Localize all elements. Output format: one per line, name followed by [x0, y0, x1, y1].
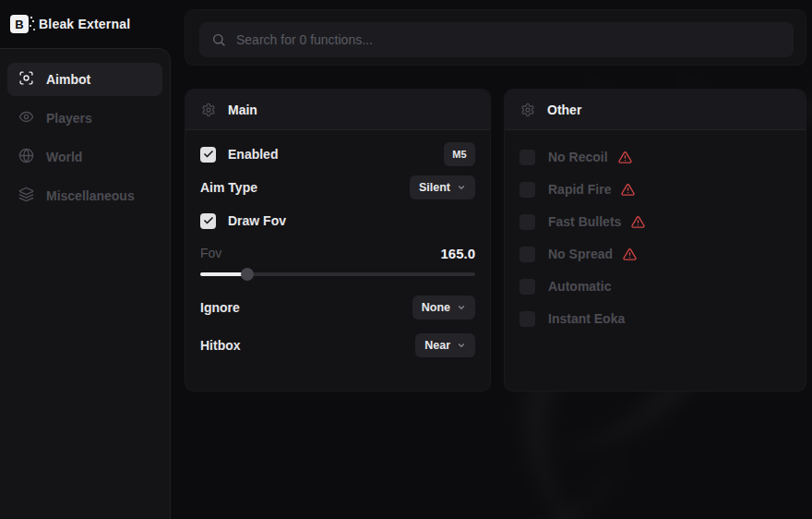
gear-icon [201, 103, 216, 117]
draw-fov-row: Draw Fov [200, 209, 475, 233]
fov-label: Fov [200, 246, 221, 260]
sidebar-item-label: Miscellaneous [46, 188, 135, 203]
sidebar-nav: Aimbot Players World Miscellaneous [0, 48, 171, 519]
warning-icon [631, 215, 645, 229]
hitbox-label: Hitbox [200, 338, 241, 353]
fov-slider[interactable] [200, 268, 475, 281]
hitbox-value: Near [424, 339, 450, 352]
layers-icon [18, 187, 34, 205]
enabled-label: Enabled [228, 147, 278, 162]
enabled-keybind-badge[interactable]: M5 [444, 142, 475, 166]
instant-eoka-label: Instant Eoka [548, 311, 625, 326]
app-logo-icon: B [10, 15, 29, 33]
main-panel: Main Enabled M5 Aim Type Silent [185, 89, 491, 392]
warning-icon [618, 151, 632, 164]
rapid-fire-label: Rapid Fire [548, 182, 611, 197]
search-panel [185, 9, 806, 66]
gear-icon [520, 103, 535, 117]
crosshair-icon [18, 70, 34, 89]
rapid-fire-checkbox[interactable] [519, 182, 535, 198]
hitbox-dropdown[interactable]: Near [415, 333, 475, 357]
aim-type-value: Silent [419, 181, 450, 194]
chevron-down-icon [457, 183, 466, 192]
main-panel-title: Main [228, 103, 257, 117]
sidebar-item-world[interactable]: World [7, 140, 162, 174]
sidebar-item-label: Aimbot [46, 72, 90, 87]
search-box[interactable] [199, 22, 794, 57]
globe-icon [18, 148, 34, 166]
chevron-down-icon [457, 303, 466, 312]
warning-icon [621, 183, 635, 197]
fov-slider-thumb[interactable] [241, 268, 254, 281]
no-spread-label: No Spread [548, 247, 613, 261]
aim-type-label: Aim Type [200, 180, 257, 195]
ignore-dropdown[interactable]: None [412, 296, 475, 320]
no-recoil-checkbox[interactable] [519, 150, 535, 165]
sidebar: B Bleak External Aimbot Players World [0, 0, 171, 519]
fast-bullets-label: Fast Bullets [548, 214, 621, 229]
draw-fov-label: Draw Fov [228, 213, 286, 228]
sidebar-item-label: World [46, 150, 82, 164]
fov-value: 165.0 [440, 246, 475, 261]
hitbox-row: Hitbox Near [200, 333, 475, 357]
search-icon [211, 32, 226, 47]
sidebar-item-miscellaneous[interactable]: Miscellaneous [7, 179, 162, 212]
warning-icon [623, 247, 637, 261]
aim-type-dropdown[interactable]: Silent [410, 175, 475, 199]
app-title: Bleak External [39, 17, 130, 31]
aim-type-row: Aim Type Silent [200, 175, 475, 199]
no-recoil-label: No Recoil [548, 150, 608, 164]
fast-bullets-checkbox[interactable] [519, 214, 535, 230]
app-logo-row: B Bleak External [0, 0, 171, 48]
enabled-row: Enabled M5 [200, 142, 475, 166]
other-panel-title: Other [547, 103, 581, 117]
app-window: B Bleak External Aimbot Players World [0, 0, 812, 519]
main-panel-body: Enabled M5 Aim Type Silent Draw Fov [185, 130, 490, 357]
eye-icon [18, 109, 34, 127]
enabled-checkbox[interactable] [200, 147, 216, 163]
fast-bullets-row: Fast Bullets [519, 210, 791, 234]
sidebar-item-players[interactable]: Players [7, 102, 162, 135]
sidebar-item-aimbot[interactable]: Aimbot [7, 63, 162, 96]
main-panel-header: Main [185, 90, 490, 130]
other-panel-body: No Recoil Rapid Fire Fast Bullets [505, 130, 806, 331]
no-spread-row: No Spread [519, 242, 791, 266]
other-panel-header: Other [505, 90, 806, 130]
rapid-fire-row: Rapid Fire [519, 177, 791, 201]
instant-eoka-checkbox[interactable] [519, 311, 535, 327]
search-input[interactable] [236, 32, 782, 47]
other-panel: Other No Recoil Rapid Fire Fast Bullets [504, 89, 806, 392]
automatic-label: Automatic [548, 279, 611, 294]
sidebar-item-label: Players [46, 111, 92, 126]
chevron-down-icon [457, 341, 466, 350]
ignore-row: Ignore None [200, 296, 475, 320]
ignore-label: Ignore [200, 300, 240, 315]
instant-eoka-row: Instant Eoka [519, 307, 791, 331]
draw-fov-checkbox[interactable] [200, 213, 216, 229]
ignore-value: None [422, 301, 450, 314]
automatic-checkbox[interactable] [519, 279, 535, 295]
no-recoil-row: No Recoil [519, 145, 791, 169]
automatic-row: Automatic [519, 274, 791, 298]
no-spread-checkbox[interactable] [519, 247, 535, 262]
fov-row: Fov 165.0 [200, 244, 475, 262]
